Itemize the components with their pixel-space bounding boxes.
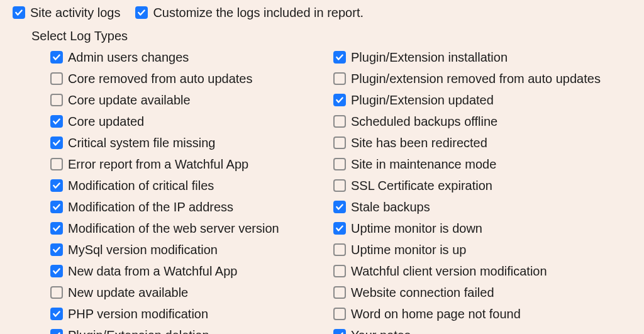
log-type-checkbox[interactable] (50, 72, 63, 85)
log-type-item: Uptime monitor is down (333, 221, 629, 236)
log-type-label: Scheduled backups offline (351, 114, 497, 129)
log-type-checkbox[interactable] (333, 136, 346, 149)
log-type-checkbox[interactable] (50, 158, 63, 170)
log-type-item: Plugin/Extension deletion (50, 328, 333, 334)
log-type-item: New data from a Watchful App (50, 264, 333, 279)
log-type-label: SSL Certificate expiration (351, 178, 492, 193)
log-type-label: Plugin/Extension deletion (68, 328, 209, 334)
log-type-checkbox[interactable] (333, 158, 346, 170)
log-type-label: Error report from a Watchful App (68, 157, 248, 172)
log-type-item: Word on home page not found (333, 306, 629, 321)
log-type-label: New data from a Watchful App (68, 264, 237, 279)
log-type-item: Site has been redirected (333, 135, 629, 150)
log-type-checkbox[interactable] (50, 265, 63, 277)
log-types-right-column: Plugin/Extension installationPlugin/exte… (333, 50, 629, 334)
log-type-checkbox[interactable] (333, 179, 346, 192)
log-type-checkbox[interactable] (333, 94, 346, 106)
log-type-label: Core update available (68, 92, 191, 108)
log-type-item: Modification of the IP address (50, 199, 333, 214)
log-type-item: Website connection failed (333, 285, 629, 300)
log-type-item: Site in maintenance mode (333, 157, 629, 172)
log-type-item: Uptime monitor is up (333, 242, 629, 257)
log-type-label: New update available (68, 285, 188, 300)
customize-logs-option: Customize the logs included in report. (135, 5, 364, 20)
log-type-label: Critical system file missing (68, 135, 215, 150)
log-type-checkbox[interactable] (333, 286, 346, 299)
log-type-item: Core updated (50, 114, 333, 129)
log-type-item: Your notes (333, 328, 629, 334)
top-options-row: Site activity logs Customize the logs in… (13, 5, 631, 20)
log-type-label: Modification of the web server version (68, 221, 279, 236)
log-type-item: Scheduled backups offline (333, 114, 629, 129)
log-type-item: Admin users changes (50, 50, 333, 65)
log-type-checkbox[interactable] (50, 329, 63, 334)
log-type-item: Watchful client version modification (333, 264, 629, 279)
log-type-label: Site has been redirected (351, 135, 487, 150)
log-type-item: Critical system file missing (50, 135, 333, 150)
log-type-item: Plugin/Extension updated (333, 92, 629, 108)
log-type-label: Modification of critical files (68, 178, 214, 193)
customize-logs-label: Customize the logs included in report. (153, 5, 364, 20)
log-type-item: Modification of critical files (50, 178, 333, 193)
log-type-item: Modification of the web server version (50, 221, 333, 236)
log-type-item: SSL Certificate expiration (333, 178, 629, 193)
log-type-label: Core removed from auto updates (68, 71, 253, 86)
log-type-checkbox[interactable] (333, 243, 346, 256)
log-type-checkbox[interactable] (333, 265, 346, 277)
log-type-checkbox[interactable] (333, 201, 346, 213)
log-type-checkbox[interactable] (333, 222, 346, 235)
log-type-label: PHP version modification (68, 306, 208, 321)
log-type-checkbox[interactable] (50, 179, 63, 192)
log-type-checkbox[interactable] (50, 51, 63, 64)
log-type-label: Stale backups (351, 199, 430, 214)
log-type-checkbox[interactable] (333, 308, 346, 320)
log-type-checkbox[interactable] (50, 94, 63, 106)
log-type-item: Core removed from auto updates (50, 71, 333, 86)
log-type-label: Uptime monitor is down (351, 221, 482, 236)
log-type-checkbox[interactable] (333, 72, 346, 85)
select-log-types-heading: Select Log Types (31, 29, 631, 43)
log-type-label: Website connection failed (351, 285, 494, 300)
log-type-checkbox[interactable] (50, 286, 63, 299)
log-type-item: Core update available (50, 92, 333, 108)
log-type-checkbox[interactable] (333, 115, 346, 128)
log-type-checkbox[interactable] (333, 51, 346, 64)
log-type-label: Plugin/Extension installation (351, 50, 508, 65)
log-type-label: Plugin/extension removed from auto updat… (351, 71, 601, 86)
log-type-checkbox[interactable] (50, 115, 63, 128)
log-type-checkbox[interactable] (333, 329, 346, 334)
log-type-checkbox[interactable] (50, 308, 63, 320)
log-type-item: Error report from a Watchful App (50, 157, 333, 172)
log-type-item: Stale backups (333, 199, 629, 214)
log-type-label: Admin users changes (68, 50, 189, 65)
log-type-item: PHP version modification (50, 306, 333, 321)
log-type-item: Plugin/Extension installation (333, 50, 629, 65)
customize-logs-checkbox[interactable] (135, 6, 148, 19)
log-type-checkbox[interactable] (50, 243, 63, 256)
log-type-label: Site in maintenance mode (351, 157, 496, 172)
log-type-label: Modification of the IP address (68, 199, 233, 214)
log-type-label: Core updated (68, 114, 144, 129)
log-type-item: New update available (50, 285, 333, 300)
log-type-checkbox[interactable] (50, 136, 63, 149)
log-type-label: Word on home page not found (351, 306, 521, 321)
log-type-label: Plugin/Extension updated (351, 92, 494, 108)
log-type-item: Plugin/extension removed from auto updat… (333, 71, 629, 86)
site-activity-logs-checkbox[interactable] (13, 6, 25, 19)
log-type-label: Your notes (351, 328, 411, 334)
log-type-item: MySql version modification (50, 242, 333, 257)
log-types-left-column: Admin users changesCore removed from aut… (50, 50, 333, 334)
log-type-checkbox[interactable] (50, 201, 63, 213)
site-activity-logs-label: Site activity logs (30, 5, 120, 20)
log-type-label: Uptime monitor is up (351, 242, 466, 257)
log-type-label: Watchful client version modification (351, 264, 547, 279)
log-types-columns: Admin users changesCore removed from aut… (50, 50, 631, 334)
log-type-checkbox[interactable] (50, 222, 63, 235)
site-activity-logs-option: Site activity logs (13, 5, 120, 20)
log-type-label: MySql version modification (68, 242, 218, 257)
